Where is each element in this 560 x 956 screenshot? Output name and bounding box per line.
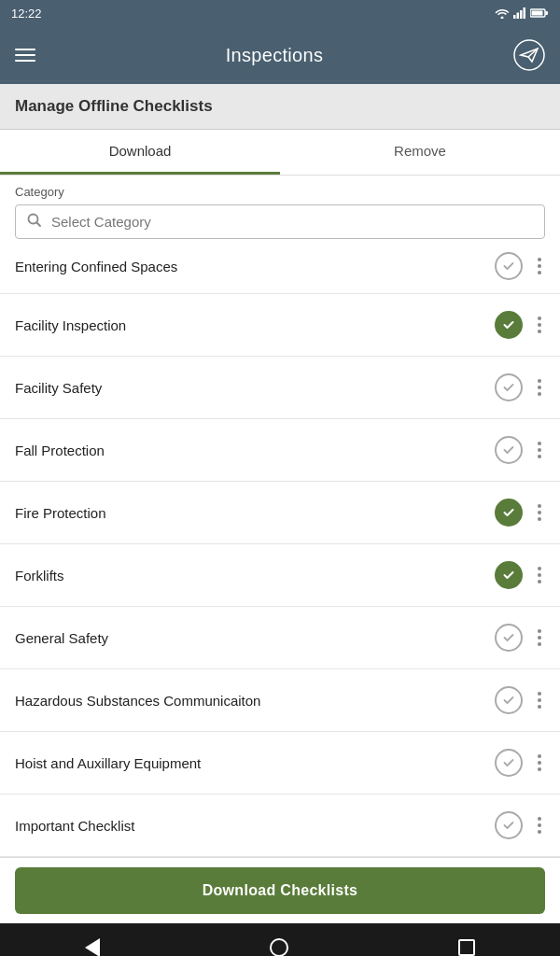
item-name: Facility Inspection bbox=[15, 317, 495, 333]
check-circle-icon[interactable] bbox=[495, 624, 523, 652]
search-icon bbox=[27, 213, 42, 231]
item-name: Hazardous Substances Communicaiton bbox=[15, 693, 495, 709]
svg-rect-2 bbox=[520, 10, 523, 19]
logo-icon bbox=[513, 39, 545, 71]
nav-recents-button[interactable] bbox=[458, 939, 475, 956]
check-circle-icon[interactable] bbox=[495, 311, 523, 339]
hamburger-menu-button[interactable] bbox=[15, 49, 35, 62]
item-actions bbox=[495, 311, 545, 339]
item-name: Fall Protection bbox=[15, 443, 495, 458]
item-actions bbox=[495, 749, 545, 777]
time-display: 12:22 bbox=[11, 7, 42, 21]
more-options-button[interactable] bbox=[534, 377, 545, 398]
item-name: Facility Safety bbox=[15, 380, 495, 396]
list-item: Important Checklist bbox=[0, 794, 560, 857]
sub-header: Manage Offline Checklists bbox=[0, 84, 560, 130]
item-name: Important Checklist bbox=[15, 818, 495, 834]
wifi-icon bbox=[495, 7, 510, 19]
item-name: Entering Confined Spaces bbox=[15, 259, 495, 274]
list-item: Hoist and Auxillary Equipment bbox=[0, 732, 560, 794]
more-options-button[interactable] bbox=[534, 815, 545, 836]
list-item: Hazardous Substances Communicaiton bbox=[0, 669, 560, 732]
battery-icon bbox=[530, 7, 549, 19]
category-search-input[interactable] bbox=[51, 214, 533, 230]
more-options-button[interactable] bbox=[534, 752, 545, 773]
category-label: Category bbox=[15, 185, 545, 199]
status-bar-left: 12:22 bbox=[11, 7, 42, 21]
item-name: General Safety bbox=[15, 630, 495, 646]
list-item: Forklifts bbox=[0, 544, 560, 607]
check-circle-icon[interactable] bbox=[495, 499, 523, 527]
svg-line-9 bbox=[37, 223, 41, 227]
nav-home-button[interactable] bbox=[270, 938, 288, 956]
svg-rect-6 bbox=[532, 11, 543, 16]
tab-download[interactable]: Download bbox=[0, 130, 280, 175]
item-actions bbox=[495, 373, 545, 401]
header-title: Inspections bbox=[226, 45, 323, 66]
svg-rect-5 bbox=[546, 11, 549, 15]
more-options-button[interactable] bbox=[534, 690, 545, 710]
check-circle-icon[interactable] bbox=[495, 252, 523, 280]
check-circle-icon[interactable] bbox=[495, 561, 523, 589]
check-circle-icon[interactable] bbox=[495, 811, 523, 839]
list-item: General Safety bbox=[0, 607, 560, 669]
list-item: Facility Safety bbox=[0, 357, 560, 419]
check-circle-icon[interactable] bbox=[495, 749, 523, 777]
more-options-button[interactable] bbox=[534, 627, 545, 648]
more-options-button[interactable] bbox=[534, 315, 545, 335]
item-actions bbox=[495, 436, 545, 464]
item-actions bbox=[495, 811, 545, 839]
item-actions bbox=[495, 561, 545, 589]
list-item: Entering Confined Spaces bbox=[0, 246, 560, 294]
item-name: Forklifts bbox=[15, 568, 495, 583]
more-options-button[interactable] bbox=[534, 256, 545, 276]
more-options-button[interactable] bbox=[534, 565, 545, 585]
tabs-container: Download Remove bbox=[0, 130, 560, 176]
status-bar: 12:22 bbox=[0, 0, 560, 26]
check-circle-icon[interactable] bbox=[495, 436, 523, 464]
item-name: Hoist and Auxillary Equipment bbox=[15, 755, 495, 771]
download-checklists-button[interactable]: Download Checklists bbox=[15, 867, 545, 914]
item-name: Fire Protection bbox=[15, 505, 495, 521]
sub-header-title: Manage Offline Checklists bbox=[15, 97, 213, 115]
list-item: Fall Protection bbox=[0, 419, 560, 482]
more-options-button[interactable] bbox=[534, 502, 545, 523]
item-actions bbox=[495, 499, 545, 527]
nav-back-button[interactable] bbox=[85, 938, 100, 956]
check-circle-icon[interactable] bbox=[495, 686, 523, 714]
list-item: Facility Inspection bbox=[0, 294, 560, 357]
signal-icon bbox=[513, 7, 526, 19]
item-actions bbox=[495, 686, 545, 714]
tab-remove[interactable]: Remove bbox=[280, 130, 560, 175]
item-actions bbox=[495, 252, 545, 280]
item-actions bbox=[495, 624, 545, 652]
header: Inspections bbox=[0, 26, 560, 84]
svg-point-7 bbox=[514, 40, 544, 70]
category-section: Category bbox=[0, 176, 560, 246]
svg-rect-3 bbox=[524, 7, 526, 19]
more-options-button[interactable] bbox=[534, 440, 545, 460]
nav-bar bbox=[0, 923, 560, 956]
list-item: Fire Protection bbox=[0, 482, 560, 544]
check-circle-icon[interactable] bbox=[495, 373, 523, 401]
status-bar-right bbox=[495, 7, 549, 19]
category-search-box[interactable] bbox=[15, 204, 545, 239]
download-button-container: Download Checklists bbox=[0, 857, 560, 923]
svg-rect-0 bbox=[513, 15, 516, 19]
checklist-container: Entering Confined Spaces Facility Inspec… bbox=[0, 246, 560, 857]
svg-rect-1 bbox=[517, 13, 520, 20]
